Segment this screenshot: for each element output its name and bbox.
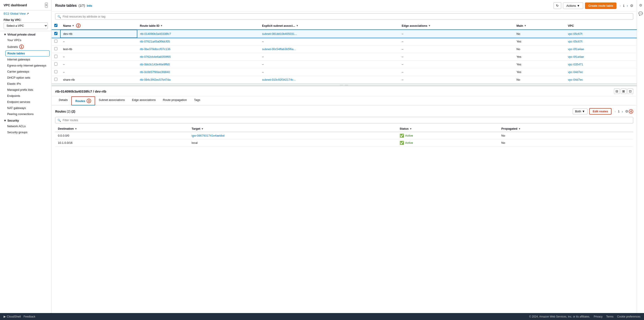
id-sort-icon[interactable]: ▼ <box>160 24 163 27</box>
next-page-button[interactable]: › <box>626 3 629 8</box>
row-checkbox[interactable] <box>54 62 58 66</box>
tab-details[interactable]: Details <box>55 96 71 105</box>
view-right-icon[interactable]: ⊡ <box>628 89 633 94</box>
sidebar-item-ec2[interactable]: EC2 Global View ↗ <box>0 11 52 17</box>
privacy-link[interactable]: Privacy <box>594 315 602 318</box>
route-table-id-link[interactable]: rtb-0c0b57f90ee3fd840 <box>140 70 170 74</box>
settings-icon-routes[interactable]: ⚙ 4 <box>625 109 633 114</box>
row-checkbox[interactable] <box>54 78 58 81</box>
check-circle-icon: ✅ <box>400 133 404 138</box>
vpc-filter-select[interactable]: Select a VPC <box>4 23 48 29</box>
subnet-sort-icon[interactable]: ▼ <box>296 24 298 27</box>
row-checkbox-cell[interactable] <box>52 61 60 68</box>
ec2-global-view-link[interactable]: EC2 Global View <box>4 12 26 15</box>
security-section[interactable]: ▼ Security <box>0 117 52 123</box>
vpc-link[interactable]: vpc-05c67f: <box>568 40 583 43</box>
create-route-table-button[interactable]: Create route table <box>585 3 616 9</box>
main-sort-icon[interactable]: ▼ <box>524 24 526 27</box>
cookie-link[interactable]: Cookie preferences <box>617 315 640 318</box>
sidebar-item-network-acls[interactable]: Network ACLs <box>4 123 52 129</box>
sidebar-item-endpoint-services[interactable]: Endpoint services <box>4 99 52 105</box>
row-checkbox-cell[interactable] <box>52 68 60 76</box>
sidebar-item-elastic-ips[interactable]: Elastic IPs <box>4 81 52 87</box>
sidebar-item-endpoints[interactable]: Endpoints <box>4 93 52 99</box>
tab-route-propagation[interactable]: Route propagation <box>159 96 190 105</box>
info-link[interactable]: Info <box>87 4 92 8</box>
prev-routes-button[interactable]: ‹ <box>613 109 617 114</box>
row-checkbox-cell[interactable] <box>52 38 60 45</box>
terms-link[interactable]: Terms <box>606 315 614 318</box>
sidebar-item-subnets[interactable]: Subnets 1 <box>4 43 52 50</box>
actions-button[interactable]: Actions ▼ <box>563 3 583 9</box>
route-table-id-link[interactable]: rtb-0bb3c143e46e9ffb5 <box>140 63 170 66</box>
row-checkbox[interactable] <box>54 55 58 58</box>
next-routes-button[interactable]: › <box>620 109 624 114</box>
both-label: Both <box>575 110 581 113</box>
vpc-link[interactable]: vpc-0f1a4ae <box>568 47 584 51</box>
vpc-link[interactable]: vpc-04d7ec <box>568 78 583 81</box>
prev-page-button[interactable]: ‹ <box>618 3 622 8</box>
view-split-icon[interactable]: ⊟ <box>614 89 620 94</box>
both-filter-button[interactable]: Both ▼ <box>573 108 588 114</box>
side-icon-bottom[interactable]: 💬 <box>638 11 644 17</box>
row-checkbox-cell[interactable] <box>52 30 60 38</box>
propagated-sort-icon[interactable]: ▼ <box>518 127 521 130</box>
row-checkbox-cell[interactable] <box>52 76 60 84</box>
view-bottom-icon[interactable]: ⊠ <box>621 89 626 94</box>
subnet-link[interactable]: subnet-00c54ffab3b5f6a... <box>262 47 296 51</box>
dest-sort-icon[interactable]: ▼ <box>75 127 77 130</box>
filter-routes-input[interactable] <box>55 117 633 123</box>
status-sort-icon[interactable]: ▼ <box>410 127 412 130</box>
search-input[interactable] <box>55 13 633 20</box>
edge-sort-icon[interactable]: ▼ <box>428 24 430 27</box>
cloudshell-button[interactable]: ▶ CloudShell <box>4 315 21 318</box>
subnet-link[interactable]: subnet-081dd10b405031... <box>262 32 297 36</box>
target-sort-icon[interactable]: ▼ <box>201 127 204 130</box>
vpc-link[interactable]: vpc-0f1a4ae <box>568 55 584 58</box>
vpc-link[interactable]: vpc-035471 <box>568 63 583 66</box>
sidebar-item-internet-gateways[interactable]: Internet gateways <box>4 56 52 62</box>
sidebar-item-dhcp[interactable]: DHCP option sets <box>4 75 52 81</box>
target-link[interactable]: igw-0867931741e4aebbd <box>192 134 224 137</box>
sidebar-item-nat-gateways[interactable]: NAT gateways <box>4 105 52 111</box>
tab-subnet-assoc[interactable]: Subnet associations <box>95 96 128 105</box>
virtual-private-cloud-section[interactable]: ▼ Virtual private cloud <box>0 31 52 37</box>
row-checkbox[interactable] <box>54 40 58 43</box>
sidebar-item-your-vpcs[interactable]: Your VPCs <box>4 37 52 43</box>
sidebar-item-security-groups[interactable]: Security groups <box>4 129 52 135</box>
row-main: Yes <box>514 38 565 45</box>
route-table-id-link[interactable]: rtb-07621a45a0f9dcf05 <box>140 40 170 43</box>
route-table-id-link[interactable]: rtb-0be378dbccf07c136 <box>140 47 170 51</box>
route-table-id-link[interactable]: rtb-014090b3a40338fc7 <box>140 32 171 36</box>
sidebar-item-carrier-gateways[interactable]: Carrier gateways <box>4 69 52 75</box>
row-checkbox[interactable] <box>54 70 58 73</box>
tab-tags[interactable]: Tags <box>190 96 204 105</box>
vpc-link[interactable]: vpc-05c67f: <box>568 32 583 36</box>
edit-routes-button[interactable]: Edit routes <box>589 108 612 115</box>
name-sort-icon[interactable]: ▼ <box>72 24 74 27</box>
tab-routes[interactable]: Routes 3 <box>71 96 95 105</box>
refresh-button[interactable]: ↻ <box>554 2 561 9</box>
select-all-checkbox[interactable] <box>54 24 58 27</box>
settings-icon-top[interactable]: ⚙ <box>630 4 633 8</box>
sidebar-item-egress-gateways[interactable]: Egress-only internet gateways <box>4 62 52 69</box>
row-checkbox[interactable] <box>54 47 58 50</box>
sidebar-item-managed-prefix[interactable]: Managed prefix lists <box>4 87 52 93</box>
row-checkbox-cell[interactable] <box>52 45 60 53</box>
table-row: dev-rtb rtb-014090b3a40338fc7 subnet-081… <box>52 30 637 38</box>
resize-handle[interactable]: — — <box>52 84 637 86</box>
row-checkbox-cell[interactable] <box>52 53 60 61</box>
subnet-link[interactable]: subnet-010c92f342174c... <box>262 78 296 81</box>
sidebar-item-peering[interactable]: Peering connections <box>4 111 52 117</box>
feedback-label[interactable]: Feedback <box>24 315 36 318</box>
select-all-header[interactable] <box>52 22 60 30</box>
sidebar-close-button[interactable]: × <box>45 3 48 8</box>
sidebar-item-route-tables[interactable]: Route tables <box>6 50 50 56</box>
route-table-id-link[interactable]: rtb-094c3f42ec57b47da <box>140 78 170 81</box>
side-icon-top[interactable]: ⚙ <box>638 2 643 8</box>
route-table-id-link[interactable]: rtb-0762cb4e6a8359f65 <box>140 55 171 58</box>
tab-edge-assoc[interactable]: Edge associations <box>128 96 159 105</box>
row-main: Yes <box>514 53 565 61</box>
row-checkbox[interactable] <box>54 32 58 35</box>
vpc-link[interactable]: vpc-04d7ec <box>568 70 583 74</box>
